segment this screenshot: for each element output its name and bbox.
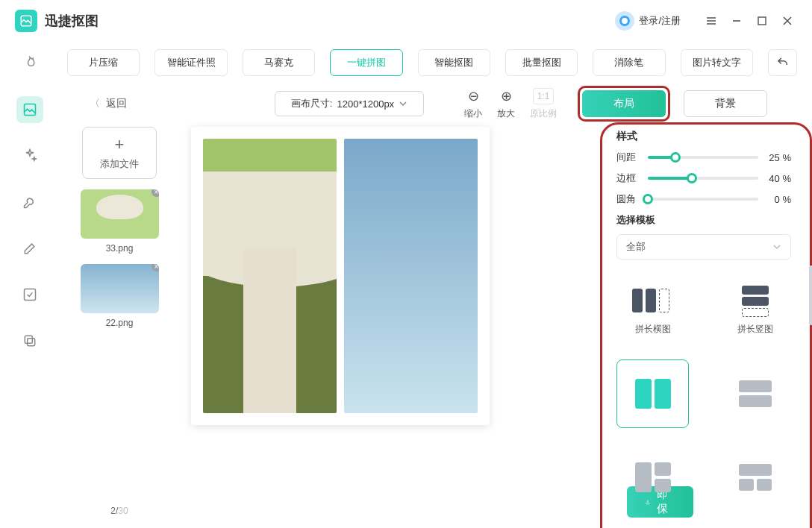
minimize-icon[interactable] [727,11,746,31]
tab-cutout[interactable]: 智能抠图 [418,49,490,76]
toolbar: 〈返回 画布尺寸:1200*1200px ⊖缩小 ⊕放大 1:1 原比例 布局 [67,84,805,124]
svg-rect-4 [28,339,35,346]
template-dropdown[interactable]: 全部 [616,234,791,260]
chevron-left-icon: 〈 [90,97,100,110]
slider-track[interactable] [648,156,758,159]
add-file-button[interactable]: + 添加文件 [82,127,157,179]
background-tab-button[interactable]: 背景 [684,90,767,117]
tab-mosaic[interactable]: 马赛克 [243,49,315,76]
tab-ocr[interactable]: 图片转文字 [681,49,753,76]
sidebar-hot[interactable] [16,50,43,77]
sidebar-copy[interactable] [16,327,43,354]
file-item[interactable]: × 22.png [81,264,159,328]
svg-rect-3 [25,289,36,301]
template-tshape[interactable] [719,443,791,512]
maximize-icon[interactable] [752,11,772,31]
canvas-size-prefix: 画布尺寸: [291,97,333,110]
canvas-area: 立即保存 [172,124,603,524]
sidebar-edit[interactable] [16,235,43,262]
close-icon[interactable] [778,11,797,31]
back-button[interactable]: 〈返回 [90,97,127,110]
hamburger-icon[interactable] [702,11,721,31]
app-logo [15,10,37,32]
scrollbar[interactable] [809,265,812,325]
tab-compress[interactable]: 片压缩 [67,49,140,76]
sidebar-image[interactable] [16,96,43,123]
canvas-size-value: 1200*1200px [337,98,394,110]
tab-idphoto[interactable]: 智能证件照 [154,49,227,76]
undo-button[interactable] [768,49,797,76]
file-list: + 添加文件 × 33.png × 22.png 2/30 [67,124,172,524]
zoom-out-icon: ⊖ [468,88,479,104]
gap-slider[interactable]: 间距 25 % [616,151,791,164]
file-name: 33.png [81,243,159,254]
sidebar [0,84,60,528]
ratio-label: 原比例 [530,107,557,120]
canvas[interactable] [191,127,490,425]
svg-rect-2 [25,104,36,116]
canvas-pane-left[interactable] [203,139,337,413]
template-2row[interactable] [719,359,791,428]
ratio-button[interactable]: 1:1 [533,88,555,104]
zoom-out-button[interactable]: ⊖缩小 [464,88,482,120]
remove-file-icon[interactable]: × [152,189,159,197]
tab-batch[interactable]: 批量抠图 [505,49,578,76]
login-link[interactable]: 登录/注册 [639,14,681,28]
remove-file-icon[interactable]: × [152,264,159,271]
file-name: 22.png [81,318,159,328]
app-title: 迅捷抠图 [45,12,99,30]
template-heading: 选择模板 [616,213,791,227]
canvas-size-dropdown[interactable]: 画布尺寸:1200*1200px [275,91,424,116]
radius-slider[interactable]: 圆角 0 % [616,192,791,206]
svg-rect-5 [25,336,32,343]
chevron-down-icon [399,99,407,108]
slider-track[interactable] [648,177,758,180]
sidebar-save[interactable] [16,281,43,308]
tab-bar: 片压缩 智能证件照 马赛克 一键拼图 智能抠图 批量抠图 消除笔 图片转文字 [0,42,812,84]
back-label: 返回 [106,97,127,110]
layout-panel: 样式 间距 25 % 边框 40 % 圆角 0 % 选择模板 [603,124,805,524]
chevron-down-icon [772,242,781,251]
canvas-pane-right[interactable] [344,139,478,413]
file-item[interactable]: × 33.png [81,189,159,254]
template-tall[interactable]: 拼长竖图 [719,276,791,345]
template-2col[interactable] [616,359,689,428]
template-wide[interactable]: 拼长横图 [616,276,689,345]
svg-rect-1 [758,17,766,25]
avatar[interactable] [615,11,634,31]
border-slider[interactable]: 边框 40 % [616,172,791,185]
thumbnail: × [81,264,159,313]
file-count: 2/30 [110,506,128,516]
sidebar-magic[interactable] [16,142,43,169]
plus-icon: + [115,135,125,154]
template-lshape[interactable] [616,443,689,512]
sidebar-tools[interactable] [16,189,43,216]
slider-track[interactable] [648,198,758,201]
zoom-in-icon: ⊕ [501,88,512,104]
titlebar: 迅捷抠图 登录/注册 [0,0,812,42]
tab-collage[interactable]: 一键拼图 [330,49,402,76]
style-heading: 样式 [616,130,791,143]
zoom-in-button[interactable]: ⊕放大 [497,88,515,120]
layout-tab-button[interactable]: 布局 [582,90,666,117]
thumbnail: × [81,189,159,239]
tab-erase[interactable]: 消除笔 [593,49,665,76]
